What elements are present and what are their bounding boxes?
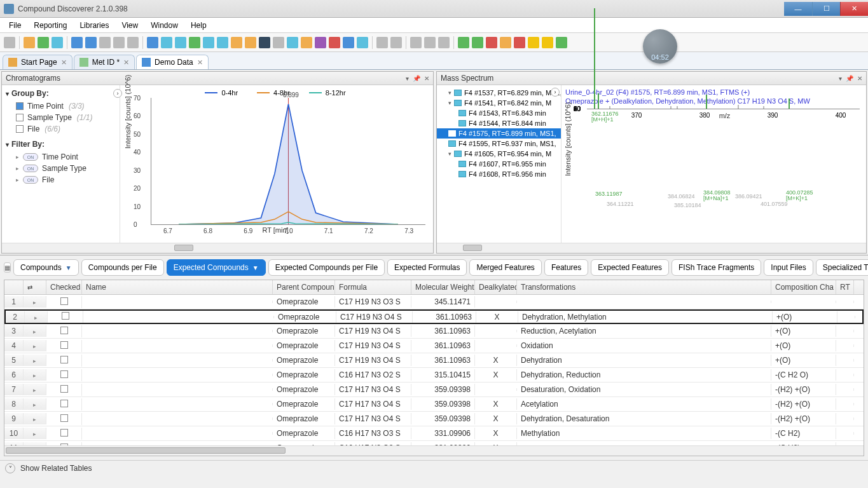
menu-reporting[interactable]: Reporting	[27, 19, 73, 32]
toolbar-button[interactable]	[357, 37, 368, 48]
toolbar-button[interactable]	[24, 37, 35, 48]
scan-item[interactable]: F4 #1544, RT=6.844 min	[437, 118, 561, 128]
checked-cell[interactable]	[46, 384, 82, 396]
filter-toggle[interactable]: ON	[23, 165, 38, 172]
toolbar-button[interactable]	[203, 37, 214, 48]
column-header[interactable]: Name	[82, 280, 273, 294]
result-tab[interactable]: Expected Compounds per File	[268, 259, 385, 276]
toolbar-button[interactable]	[85, 37, 97, 48]
collapse-scanlist-icon[interactable]: ›	[551, 88, 560, 97]
table-row[interactable]: 1▸OmeprazoleC17 H19 N3 O3 S345.11471	[4, 295, 864, 309]
scan-item[interactable]: F4 #1595, RT=6.937 min, MS1,	[437, 139, 561, 149]
table-row[interactable]: 6▸OmeprazoleC16 H17 N3 O2 S315.10415XDeh…	[4, 368, 864, 383]
result-tab[interactable]: Features	[544, 259, 588, 276]
scan-item[interactable]: ▾F4 #1605, RT=6.954 min, M	[437, 149, 561, 159]
toolbar-button[interactable]	[161, 37, 172, 48]
expand-row-icon[interactable]: ▸	[24, 369, 46, 381]
scan-item[interactable]: F4 #1543, RT=6.843 min	[437, 108, 561, 118]
table-row[interactable]: 3▸OmeprazoleC17 H19 N3 O4 S361.10963Redu…	[4, 324, 864, 339]
document-tab[interactable]: Demo Data✕	[136, 55, 209, 69]
toolbar-button[interactable]	[301, 37, 312, 48]
toolbar-button[interactable]	[343, 37, 354, 48]
result-tab[interactable]: Expected Formulas	[387, 259, 467, 276]
expand-icon[interactable]: ▾	[448, 151, 451, 157]
panel-close-icon[interactable]: ✕	[857, 75, 862, 82]
toolbar-button[interactable]	[410, 37, 422, 48]
toolbar-button[interactable]	[147, 37, 158, 48]
toolbar-button[interactable]	[542, 37, 553, 48]
expand-related-icon[interactable]: ˅	[5, 463, 15, 473]
table-row[interactable]: 8▸OmeprazoleC17 H17 N3 O4 S359.09398XAce…	[4, 397, 864, 412]
checked-cell[interactable]	[46, 369, 82, 381]
toolbar-button[interactable]	[127, 37, 139, 48]
column-header[interactable]: Parent Compound	[273, 280, 335, 294]
expand-icon[interactable]: ▸	[16, 177, 19, 183]
toolbar-button[interactable]	[514, 37, 525, 48]
checked-cell[interactable]	[46, 413, 82, 425]
filterby-item[interactable]: ▸ONSample Type	[6, 163, 116, 174]
result-tab[interactable]: Compounds per File	[81, 259, 164, 276]
menu-window[interactable]: Window	[144, 19, 184, 32]
toolbar-button[interactable]	[245, 37, 256, 48]
panel-dropdown-icon[interactable]: ▾	[406, 75, 409, 82]
scan-item[interactable]: ▾F4 #1541, RT=6.842 min, M	[437, 98, 561, 108]
toolbar-button[interactable]	[259, 37, 270, 48]
groupby-item[interactable]: File(6/6)	[6, 123, 116, 135]
toolbar-button[interactable]	[528, 37, 539, 48]
column-header[interactable]: RT	[836, 280, 854, 294]
tab-close-icon[interactable]: ✕	[123, 58, 129, 67]
result-tab[interactable]: Input Files	[764, 259, 813, 276]
toolbar-button[interactable]	[329, 37, 340, 48]
window-maximize-button[interactable]: ☐	[812, 2, 840, 16]
menu-help[interactable]: Help	[184, 19, 213, 32]
expand-icon[interactable]: ▸	[16, 165, 19, 172]
toolbar-button[interactable]	[315, 37, 326, 48]
toolbar-button[interactable]	[424, 37, 436, 48]
panel-close-icon[interactable]: ✕	[424, 75, 429, 82]
expand-row-icon[interactable]: ▸	[24, 296, 46, 308]
table-row[interactable]: 10▸OmeprazoleC16 H17 N3 O3 S331.09906XMe…	[4, 426, 864, 441]
show-related-tables-link[interactable]: Show Related Tables	[20, 464, 92, 473]
result-tab[interactable]: Specialized Traces	[816, 259, 868, 276]
table-row[interactable]: 7▸OmeprazoleC17 H17 N3 O4 S359.09398Desa…	[4, 383, 864, 397]
column-header[interactable]: Formula	[335, 280, 411, 294]
groupby-item[interactable]: Sample Type(1/1)	[6, 112, 116, 123]
filter-toggle[interactable]: ON	[23, 153, 38, 161]
table-row[interactable]: 11▸OmeprazoleC16 H17 N3 O3 S331.09906X-(…	[4, 441, 864, 445]
expand-row-icon[interactable]: ▸	[24, 355, 46, 366]
checked-cell[interactable]	[46, 340, 82, 352]
checkbox[interactable]	[16, 114, 24, 121]
column-header[interactable]: ⇄	[24, 280, 46, 294]
column-header[interactable]: Dealkylated	[475, 280, 517, 294]
table-row[interactable]: 5▸OmeprazoleC17 H19 N3 O4 S361.10963XDeh…	[4, 353, 864, 368]
panel-pin-icon[interactable]: 📌	[413, 75, 420, 82]
ms-hscroll[interactable]	[437, 243, 866, 253]
toolbar-button[interactable]	[231, 37, 242, 48]
panel-dropdown-icon[interactable]: ▾	[839, 75, 842, 82]
scan-item[interactable]: F4 #1607, RT=6.955 min	[437, 159, 561, 169]
toolbar-button[interactable]	[4, 37, 15, 48]
toolbar-button[interactable]	[390, 37, 402, 48]
menu-view[interactable]: View	[115, 19, 144, 32]
scan-item[interactable]: F4 #1608, RT=6.956 min	[437, 169, 561, 179]
toolbar-button[interactable]	[113, 37, 125, 48]
toolbar-button[interactable]	[52, 37, 63, 48]
expand-icon[interactable]: ▾	[448, 100, 451, 106]
toolbar-button[interactable]	[472, 37, 483, 48]
window-minimize-button[interactable]: —	[784, 2, 812, 16]
toolbar-button[interactable]	[287, 37, 298, 48]
column-header[interactable]: Molecular Weight	[411, 280, 475, 294]
toolbar-button[interactable]	[273, 37, 284, 48]
table-row[interactable]: 2▸OmeprazoleC17 H19 N3 O4 S361.10963XDeh…	[4, 309, 864, 324]
toolbar-save-button[interactable]	[71, 37, 83, 48]
toolbar-button[interactable]	[556, 37, 567, 48]
panel-pin-icon[interactable]: 📌	[846, 75, 853, 82]
column-header[interactable]	[4, 280, 24, 294]
table-row[interactable]: 9▸OmeprazoleC17 H17 N3 O4 S359.09398XDeh…	[4, 412, 864, 426]
filter-by-header[interactable]: Filter By:	[6, 140, 116, 149]
checked-cell[interactable]	[46, 398, 82, 410]
result-tab[interactable]: FISh Trace Fragments	[672, 259, 761, 276]
toolbar-button[interactable]	[189, 37, 200, 48]
checked-cell[interactable]	[46, 355, 82, 367]
checked-cell[interactable]	[46, 296, 82, 308]
